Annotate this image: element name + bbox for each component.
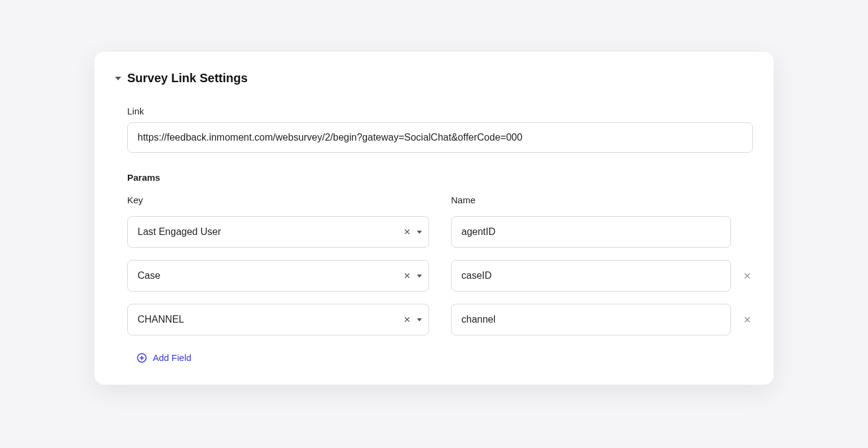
section-header: Survey Link Settings bbox=[115, 71, 753, 85]
field-block: Link Params Key ✕✕✕ Name ✕✕ bbox=[115, 106, 753, 365]
key-column-header: Key bbox=[127, 195, 429, 205]
remove-row-icon[interactable]: ✕ bbox=[741, 270, 753, 282]
clear-icon[interactable]: ✕ bbox=[404, 228, 411, 236]
name-input[interactable] bbox=[451, 260, 731, 292]
key-select[interactable]: ✕ bbox=[127, 304, 429, 335]
add-field-label: Add Field bbox=[153, 352, 191, 363]
name-column-header: Name bbox=[451, 195, 753, 205]
chevron-down-icon[interactable] bbox=[417, 318, 422, 321]
name-input[interactable] bbox=[451, 216, 731, 248]
params-label: Params bbox=[127, 172, 753, 183]
key-select-controls: ✕ bbox=[404, 315, 422, 324]
key-column: Key ✕✕✕ bbox=[127, 195, 429, 335]
key-select[interactable]: ✕ bbox=[127, 260, 429, 292]
key-select[interactable]: ✕ bbox=[127, 216, 429, 248]
link-label: Link bbox=[127, 106, 753, 116]
key-rows: ✕✕✕ bbox=[127, 216, 429, 335]
link-input[interactable] bbox=[127, 122, 753, 153]
params-columns: Key ✕✕✕ Name ✕✕ bbox=[127, 195, 753, 335]
collapse-triangle-icon[interactable] bbox=[115, 77, 121, 80]
key-select-controls: ✕ bbox=[404, 271, 422, 280]
plus-circle-icon bbox=[137, 353, 147, 363]
add-field-button[interactable]: Add Field bbox=[127, 352, 191, 363]
name-column: Name ✕✕ bbox=[451, 195, 753, 335]
clear-icon[interactable]: ✕ bbox=[404, 315, 411, 324]
clear-icon[interactable]: ✕ bbox=[404, 271, 411, 280]
chevron-down-icon[interactable] bbox=[417, 231, 422, 234]
remove-row-icon[interactable]: ✕ bbox=[741, 314, 753, 326]
params-heading: Params bbox=[127, 172, 753, 183]
chevron-down-icon[interactable] bbox=[417, 275, 422, 278]
section-title: Survey Link Settings bbox=[127, 71, 248, 85]
name-input[interactable] bbox=[451, 304, 731, 335]
name-rows: ✕✕ bbox=[451, 216, 753, 335]
key-select-input[interactable] bbox=[127, 304, 429, 335]
key-select-controls: ✕ bbox=[404, 228, 422, 236]
name-row bbox=[451, 216, 753, 248]
name-row: ✕ bbox=[451, 260, 753, 292]
name-row: ✕ bbox=[451, 304, 753, 335]
settings-card: Survey Link Settings Link Params Key ✕✕✕… bbox=[94, 52, 774, 385]
link-row: Link bbox=[127, 106, 753, 153]
key-select-input[interactable] bbox=[127, 260, 429, 292]
key-select-input[interactable] bbox=[127, 216, 429, 248]
